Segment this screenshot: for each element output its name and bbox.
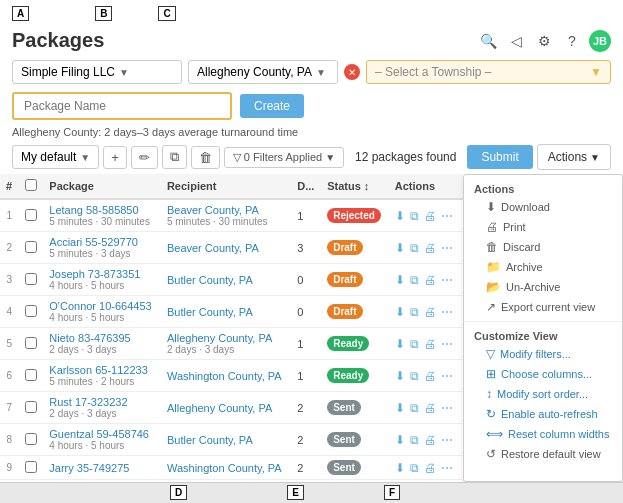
row-print-icon[interactable]: 🖨 — [424, 241, 436, 255]
dropdown-reset-columns[interactable]: ⟺ Reset column widths — [464, 424, 622, 444]
dropdown-export[interactable]: ↗ Export current view — [464, 297, 622, 317]
row-download-icon[interactable]: ⬇ — [395, 369, 405, 383]
package-name-cell[interactable]: Acciari 55-5297705 minutes · 3 days — [43, 232, 161, 264]
row-checkbox[interactable] — [25, 401, 37, 413]
row-more-icon[interactable]: ⋯ — [441, 209, 453, 223]
row-checkbox[interactable] — [25, 273, 37, 285]
dropdown-unarchive[interactable]: 📂 Un-Archive — [464, 277, 622, 297]
county-select[interactable]: Allegheny County, PA ▼ — [188, 60, 338, 84]
row-checkbox[interactable] — [25, 241, 37, 253]
row-download-icon[interactable]: ⬇ — [395, 461, 405, 475]
delete-button[interactable]: 🗑 — [191, 146, 220, 169]
row-more-icon[interactable]: ⋯ — [441, 461, 453, 475]
row-download-icon[interactable]: ⬇ — [395, 305, 405, 319]
dropdown-modify-filters[interactable]: ▽ Modify filters... — [464, 344, 622, 364]
recipient-cell[interactable]: Beaver County, PA — [161, 232, 291, 264]
row-download-icon[interactable]: ⬇ — [395, 273, 405, 287]
row-print-icon[interactable]: 🖨 — [424, 305, 436, 319]
row-print-icon[interactable]: 🖨 — [424, 461, 436, 475]
row-print-icon[interactable]: 🖨 — [424, 369, 436, 383]
row-download-icon[interactable]: ⬇ — [395, 209, 405, 223]
dropdown-autorefresh[interactable]: ↻ Enable auto-refresh — [464, 404, 622, 424]
recipient-cell[interactable]: Beaver County, PA5 minutes · 30 minutes — [161, 199, 291, 232]
row-print-icon[interactable]: 🖨 — [424, 433, 436, 447]
row-more-icon[interactable]: ⋯ — [441, 433, 453, 447]
row-download-icon[interactable]: ⬇ — [395, 241, 405, 255]
recipient-cell[interactable]: Allegheny County, PA — [161, 392, 291, 424]
archive-icon: 📁 — [486, 260, 501, 274]
row-copy-icon[interactable]: ⧉ — [410, 401, 419, 415]
row-copy-icon[interactable]: ⧉ — [410, 433, 419, 447]
package-name-cell[interactable]: Guentzal 59-4587464 hours · 5 hours — [43, 424, 161, 456]
filter-button[interactable]: ▽ 0 Filters Applied ▼ — [224, 147, 344, 168]
recipient-cell[interactable]: Butler County, PA — [161, 296, 291, 328]
package-name-cell[interactable]: Joseph 73-8733514 hours · 5 hours — [43, 264, 161, 296]
row-print-icon[interactable]: 🖨 — [424, 337, 436, 351]
row-copy-icon[interactable]: ⧉ — [410, 305, 419, 319]
back-icon[interactable]: ◁ — [505, 30, 527, 52]
package-name-cell[interactable]: O'Connor 10-6644534 hours · 5 hours — [43, 296, 161, 328]
create-button[interactable]: Create — [240, 94, 304, 118]
recipient-cell[interactable]: Butler County, PA — [161, 264, 291, 296]
row-print-icon[interactable]: 🖨 — [424, 273, 436, 287]
view-select[interactable]: My default ▼ — [12, 145, 99, 169]
row-copy-icon[interactable]: ⧉ — [410, 273, 419, 287]
dropdown-restore-default[interactable]: ↺ Restore default view — [464, 444, 622, 464]
township-select[interactable]: – Select a Township – ▼ — [366, 60, 611, 84]
edit-button[interactable]: ✏ — [131, 146, 158, 169]
row-more-icon[interactable]: ⋯ — [441, 337, 453, 351]
package-name-cell[interactable]: Rust 17-3232322 days · 3 days — [43, 392, 161, 424]
settings-icon[interactable]: ⚙ — [533, 30, 555, 52]
submit-button[interactable]: Submit — [467, 145, 532, 169]
row-more-icon[interactable]: ⋯ — [441, 369, 453, 383]
dropdown-print[interactable]: 🖨 Print — [464, 217, 622, 237]
row-num: 2 — [0, 232, 19, 264]
row-checkbox[interactable] — [25, 337, 37, 349]
recipient-cell[interactable]: Butler County, PA — [161, 424, 291, 456]
row-copy-icon[interactable]: ⧉ — [410, 461, 419, 475]
row-copy-icon[interactable]: ⧉ — [410, 209, 419, 223]
row-more-icon[interactable]: ⋯ — [441, 401, 453, 415]
entity-select[interactable]: Simple Filing LLC ▼ — [12, 60, 182, 84]
row-checkbox[interactable] — [25, 461, 37, 473]
package-name-input[interactable] — [12, 92, 232, 120]
row-download-icon[interactable]: ⬇ — [395, 433, 405, 447]
package-name-cell[interactable]: Karlsson 65-1122335 minutes · 2 hours — [43, 360, 161, 392]
search-icon[interactable]: 🔍 — [477, 30, 499, 52]
row-copy-icon[interactable]: ⧉ — [410, 337, 419, 351]
row-more-icon[interactable]: ⋯ — [441, 273, 453, 287]
row-checkbox[interactable] — [25, 305, 37, 317]
clear-county-button[interactable]: ✕ — [344, 64, 360, 80]
row-copy-icon[interactable]: ⧉ — [410, 369, 419, 383]
row-copy-icon[interactable]: ⧉ — [410, 241, 419, 255]
user-icon[interactable]: JB — [589, 30, 611, 52]
table-row: 9 Jarry 35-749275 Washington County, PA … — [0, 456, 463, 480]
dropdown-choose-columns[interactable]: ⊞ Choose columns... — [464, 364, 622, 384]
row-checkbox[interactable] — [25, 433, 37, 445]
row-checkbox[interactable] — [25, 209, 37, 221]
row-more-icon[interactable]: ⋯ — [441, 305, 453, 319]
row-print-icon[interactable]: 🖨 — [424, 401, 436, 415]
copy-button[interactable]: ⧉ — [162, 145, 187, 169]
row-download-icon[interactable]: ⬇ — [395, 401, 405, 415]
help-icon[interactable]: ? — [561, 30, 583, 52]
recipient-cell[interactable]: Washington County, PA — [161, 360, 291, 392]
package-name-cell[interactable]: Nieto 83-4763952 days · 3 days — [43, 328, 161, 360]
package-name-cell[interactable]: Letang 58-5858505 minutes · 30 minutes — [43, 199, 161, 232]
row-checkbox[interactable] — [25, 369, 37, 381]
row-more-icon[interactable]: ⋯ — [441, 241, 453, 255]
dropdown-modify-sort[interactable]: ↕ Modify sort order... — [464, 384, 622, 404]
row-download-icon[interactable]: ⬇ — [395, 337, 405, 351]
dropdown-discard[interactable]: 🗑 Discard — [464, 237, 622, 257]
dropdown-archive[interactable]: 📁 Archive — [464, 257, 622, 277]
dropdown-download[interactable]: ⬇ Download — [464, 197, 622, 217]
recipient-cell[interactable]: Washington County, PA — [161, 456, 291, 480]
select-all-checkbox[interactable] — [25, 179, 37, 191]
recipient-cell[interactable]: Allegheny County, PA2 days · 3 days — [161, 328, 291, 360]
package-name-cell[interactable]: Jarry 35-749275 — [43, 456, 161, 480]
actions-dropdown-button[interactable]: Actions ▼ — [537, 144, 611, 170]
row-print-icon[interactable]: 🖨 — [424, 209, 436, 223]
row-actions-cell: ⬇ ⧉ 🖨 ⋯ — [389, 328, 463, 360]
status-badge: Rejected — [327, 208, 381, 223]
add-item-button[interactable]: + — [103, 146, 127, 169]
